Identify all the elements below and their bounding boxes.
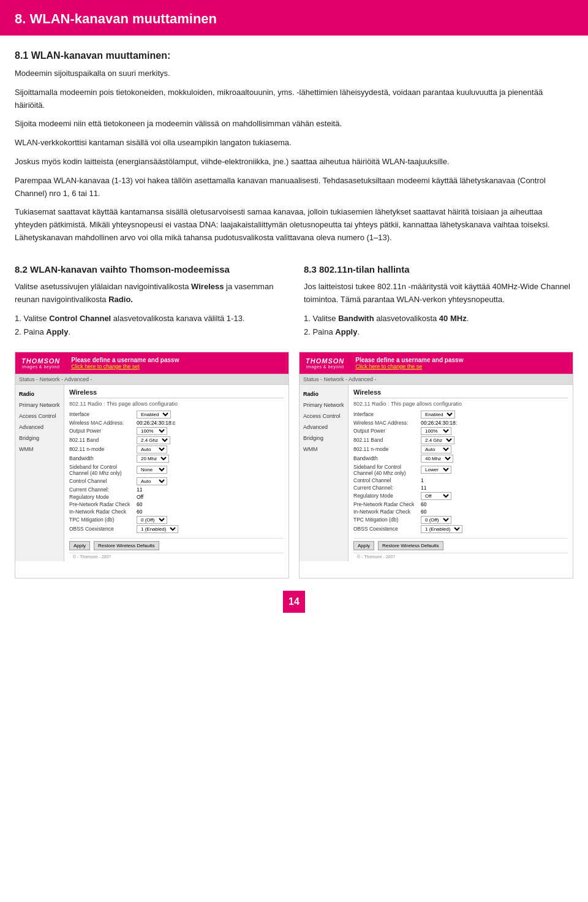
- sidebar-wmm-right[interactable]: WMM: [300, 444, 348, 455]
- select-bandwidth-right[interactable]: 40 Mhz: [421, 455, 453, 463]
- field-inradar-right: In-Network Radar Check 60: [353, 509, 568, 515]
- mac-value-right: 00:26:24:30:18:: [421, 420, 457, 426]
- thomson-body-left: Radio Primary Network Access Control Adv…: [15, 385, 288, 561]
- field-band-left: 802.11 Band 2.4 Ghz: [69, 436, 284, 444]
- screenshots-row: THOMSON images & beyond Please define a …: [15, 352, 573, 578]
- field-control-right: Control Channel 1: [353, 477, 568, 483]
- page-number-box: 14: [283, 591, 305, 613]
- thomson-ui-left: THOMSON images & beyond Please define a …: [15, 352, 288, 578]
- thomson-footer-left: © - Thomson - 2007: [69, 553, 284, 560]
- thomson-banner-title-right: Please define a username and passw: [355, 357, 568, 363]
- sidebar-advanced-left[interactable]: Advanced: [15, 422, 64, 433]
- field-bandwidth-right: Bandwidth 40 Mhz: [353, 455, 568, 463]
- thomson-logo-right: THOMSON images & beyond: [300, 352, 350, 374]
- select-bandwidth-left[interactable]: 20 Mhz: [137, 455, 169, 463]
- thomson-sidebar-left: Radio Primary Network Access Control Adv…: [15, 385, 64, 561]
- section-81-para-3: Sijoita modeemi niin että tietokoneen ja…: [15, 118, 573, 131]
- section-81: 8.1 WLAN-kanavan muuttaminen: Modeemin s…: [15, 50, 573, 244]
- sidebar-bridging-left[interactable]: Bridging: [15, 433, 64, 444]
- thomson-logo-sub-right: images & beyond: [306, 365, 344, 369]
- thomson-banner-link-left[interactable]: Click here to change the set: [71, 363, 284, 370]
- select-power-right[interactable]: 100%: [421, 427, 451, 435]
- select-control-left[interactable]: Auto: [137, 477, 167, 485]
- field-interface-left: Interface Enabled: [69, 411, 284, 419]
- section-83-intro: Jos laitteistosi tukee 802.11n -määritys…: [304, 281, 573, 306]
- section-81-para-1: Modeemin sijoituspaikalla on suuri merki…: [15, 67, 573, 80]
- sidebar-radio-right[interactable]: Radio: [300, 388, 348, 400]
- field-sideband-right: Sideband for Control Channel (40 Mhz onl…: [353, 464, 568, 476]
- section-81-para-6: Parempaa WLAN-kanavaa (1-13) voi hakea t…: [15, 175, 573, 200]
- page-number-area: 14: [15, 591, 573, 613]
- thomson-logo-text-left: THOMSON: [21, 357, 60, 365]
- thomson-main-subtitle-left: 802.11 Radio : This page allows configur…: [69, 401, 284, 407]
- select-tpc-left[interactable]: 0 (Off): [137, 516, 167, 524]
- thomson-ui-right: THOMSON images & beyond Please define a …: [300, 352, 573, 578]
- section-83-title: 8.3 802.11n-tilan hallinta: [304, 264, 573, 275]
- apply-btn-right[interactable]: Apply: [353, 541, 374, 550]
- screenshot-right: THOMSON images & beyond Please define a …: [299, 352, 573, 578]
- section-81-para-7: Tukiasemat saattavat käyttää kantamansa …: [15, 206, 573, 244]
- section-83-step-1: 1. Valitse Bandwith alasvetovalikosta 40…: [304, 312, 573, 325]
- restore-btn-right[interactable]: Restore Wireless Defaults: [378, 541, 443, 550]
- section-82-title: 8.2 WLAN-kanavan vaihto Thomson-modeemis…: [15, 264, 284, 275]
- field-mac-right: Wireless MAC Address: 00:26:24:30:18:: [353, 420, 568, 426]
- field-control-left: Control Channel Auto: [69, 477, 284, 485]
- select-band-left[interactable]: 2.4 Ghz: [137, 436, 170, 444]
- sidebar-wmm-left[interactable]: WMM: [15, 444, 64, 455]
- select-nmode-left[interactable]: Auto: [137, 445, 167, 453]
- field-nmode-left: 802.11 n-mode Auto: [69, 445, 284, 453]
- sidebar-advanced-right[interactable]: Advanced: [300, 422, 348, 433]
- select-nmode-right[interactable]: Auto: [421, 445, 451, 453]
- sidebar-primary-right[interactable]: Primary Network: [300, 400, 348, 411]
- thomson-main-right: Wireless 802.11 Radio : This page allows…: [349, 385, 573, 561]
- thomson-banner-link-right[interactable]: Click here to change the se: [355, 363, 568, 370]
- field-regmode-right: Regulatory Mode Off: [353, 492, 568, 500]
- thomson-nav-right: Status - Network - Advanced -: [300, 374, 573, 385]
- field-interface-right: Interface Enabled: [353, 411, 568, 419]
- select-sideband-left[interactable]: None: [137, 466, 167, 474]
- regmode-value-left: Off: [137, 494, 143, 500]
- col-left-82: 8.2 WLAN-kanavan vaihto Thomson-modeemis…: [15, 264, 284, 339]
- select-obss-right[interactable]: 1 (Enabled): [421, 525, 462, 533]
- sidebar-bridging-right[interactable]: Bridging: [300, 433, 348, 444]
- select-power-left[interactable]: 100%: [137, 427, 167, 435]
- select-regmode-right[interactable]: Off: [421, 492, 451, 500]
- thomson-nav-text-right: Status - Network - Advanced -: [303, 376, 377, 382]
- field-current-right: Current Channel: 11: [353, 485, 568, 491]
- section-82-step-2: 2. Paina Apply.: [15, 325, 284, 339]
- apply-btn-left[interactable]: Apply: [69, 541, 90, 550]
- section-81-title: 8.1 WLAN-kanavan muuttaminen:: [15, 50, 573, 61]
- thomson-banner-title-left: Please define a username and passw: [71, 357, 284, 363]
- select-interface-left[interactable]: Enabled: [137, 411, 171, 419]
- thomson-buttons-right: Apply Restore Wireless Defaults: [353, 538, 568, 553]
- field-power-right: Output Power 100%: [353, 427, 568, 435]
- current-value-left: 11: [137, 487, 142, 493]
- restore-btn-left[interactable]: Restore Wireless Defaults: [94, 541, 159, 550]
- thomson-logo-text-right: THOMSON: [306, 357, 344, 365]
- thomson-header-left: THOMSON images & beyond Please define a …: [15, 352, 288, 374]
- field-preradar-right: Pre-Network Radar Check 60: [353, 501, 568, 507]
- preradar-value-left: 60: [137, 501, 142, 507]
- thomson-logo-left: THOMSON images & beyond: [15, 352, 66, 374]
- select-tpc-right[interactable]: 0 (Off): [421, 516, 451, 524]
- field-inradar-left: In-Network Radar Check 60: [69, 509, 284, 515]
- field-tpc-left: TPC Mitigation (db) 0 (Off): [69, 516, 284, 524]
- sidebar-access-right[interactable]: Access Control: [300, 411, 348, 422]
- control-value-right: 1: [421, 477, 424, 483]
- thomson-main-left: Wireless 802.11 Radio : This page allows…: [64, 385, 288, 561]
- field-power-left: Output Power 100%: [69, 427, 284, 435]
- two-col-section: 8.2 WLAN-kanavan vaihto Thomson-modeemis…: [15, 264, 573, 339]
- sidebar-radio-left[interactable]: Radio: [15, 388, 64, 400]
- thomson-body-right: Radio Primary Network Access Control Adv…: [300, 385, 573, 561]
- field-mac-left: Wireless MAC Address: 00:26:24:30:18:c: [69, 420, 284, 426]
- thomson-main-subtitle-right: 802.11 Radio : This page allows configur…: [353, 401, 568, 407]
- thomson-logo-sub-left: images & beyond: [22, 365, 60, 369]
- sidebar-primary-left[interactable]: Primary Network: [15, 400, 64, 411]
- sidebar-access-left[interactable]: Access Control: [15, 411, 64, 422]
- select-band-right[interactable]: 2.4 Ghz: [421, 436, 454, 444]
- col-right-83: 8.3 802.11n-tilan hallinta Jos laitteist…: [304, 264, 573, 339]
- select-sideband-right[interactable]: Lower: [421, 466, 451, 474]
- select-obss-left[interactable]: 1 (Enabled): [137, 525, 178, 533]
- select-interface-right[interactable]: Enabled: [421, 411, 455, 419]
- thomson-banner-left: Please define a username and passw Click…: [66, 352, 288, 374]
